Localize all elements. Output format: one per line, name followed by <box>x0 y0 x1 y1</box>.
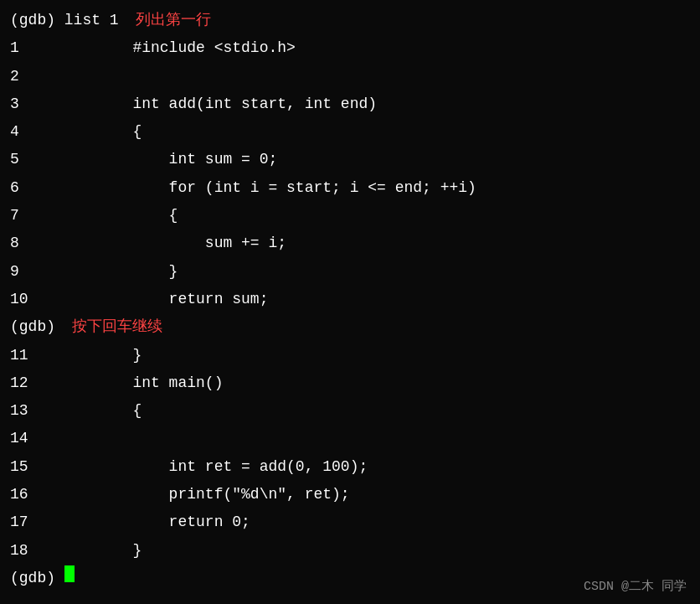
code-line-4: 4 { <box>10 118 690 146</box>
code-line-3: 3 int add(int start, int end) <box>10 90 690 118</box>
code-line-16: 16 printf("%d\n", ret); <box>10 481 690 508</box>
code-line-9: 9 } <box>10 258 690 286</box>
code-line-17: 17 return 0; <box>10 508 690 536</box>
code-line-5: 5 int sum = 0; <box>10 146 690 173</box>
code-line-6: 6 for (int i = start; i <= end; ++i) <box>10 174 690 202</box>
code-line-2: 2 <box>10 63 690 90</box>
line-num-11: 11 <box>10 342 60 369</box>
line-content-9: } <box>60 258 178 286</box>
line-num-6: 6 <box>10 174 60 202</box>
line-num-2: 2 <box>10 63 60 90</box>
line-num-13: 13 <box>10 397 60 425</box>
code-line-10: 10 return sum; <box>10 286 690 313</box>
line-content-12: int main() <box>60 369 223 397</box>
line-num-1: 1 <box>10 34 60 62</box>
gdb-prompt-text: (gdb) <box>10 565 64 592</box>
code-line-14: 14 <box>10 425 690 452</box>
line-content-13: { <box>60 397 142 425</box>
line-num-7: 7 <box>10 202 60 230</box>
gdb-prompt-0: (gdb) list 1 <box>10 7 119 34</box>
line-num-8: 8 <box>10 230 60 257</box>
line-content-16: printf("%d\n", ret); <box>60 481 350 508</box>
code-line-1: 1 #include <stdio.h> <box>10 34 690 62</box>
line-content-8: sum += i; <box>60 230 286 257</box>
gdb-line-mid: (gdb) 按下回车继续 <box>10 313 690 341</box>
gdb-line-0: (gdb) list 1 列出第一行 <box>10 7 690 34</box>
code-line-15: 15 int ret = add(0, 100); <box>10 453 690 481</box>
line-num-3: 3 <box>10 90 60 118</box>
line-content-17: return 0; <box>60 508 250 536</box>
code-line-8: 8 sum += i; <box>10 230 690 257</box>
line-content-7: { <box>60 202 178 230</box>
line-num-9: 9 <box>10 258 60 286</box>
code-line-7: 7 { <box>10 202 690 230</box>
terminal: (gdb) list 1 列出第一行 1 #include <stdio.h> … <box>0 0 700 604</box>
line-num-17: 17 <box>10 508 60 536</box>
line-content-1: #include <stdio.h> <box>60 34 296 62</box>
line-num-15: 15 <box>10 453 60 481</box>
line-num-4: 4 <box>10 118 60 146</box>
line-num-5: 5 <box>10 146 60 173</box>
line-num-10: 10 <box>10 286 60 313</box>
line-content-6: for (int i = start; i <= end; ++i) <box>60 174 476 202</box>
line-content-18: } <box>60 537 142 565</box>
code-line-18: 18 } <box>10 537 690 565</box>
line-content-11: } <box>60 342 142 369</box>
line-content-3: int add(int start, int end) <box>60 90 377 118</box>
code-line-13: 13 { <box>10 397 690 425</box>
line-num-14: 14 <box>10 425 60 452</box>
line-content-5: int sum = 0; <box>60 146 277 173</box>
gdb-prompt-mid: (gdb) <box>10 313 55 341</box>
annotation-mid: 按下回车继续 <box>72 313 162 341</box>
line-num-16: 16 <box>10 481 60 508</box>
line-content-4: { <box>60 118 142 146</box>
watermark: CSDN @二木 同学 <box>584 578 687 594</box>
code-line-11: 11 } <box>10 342 690 369</box>
line-num-18: 18 <box>10 537 60 565</box>
line-num-12: 12 <box>10 369 60 397</box>
line-content-10: return sum; <box>60 286 268 313</box>
terminal-cursor <box>64 565 75 582</box>
code-line-12: 12 int main() <box>10 369 690 397</box>
annotation-0: 列出第一行 <box>136 7 211 34</box>
line-content-15: int ret = add(0, 100); <box>60 453 368 481</box>
